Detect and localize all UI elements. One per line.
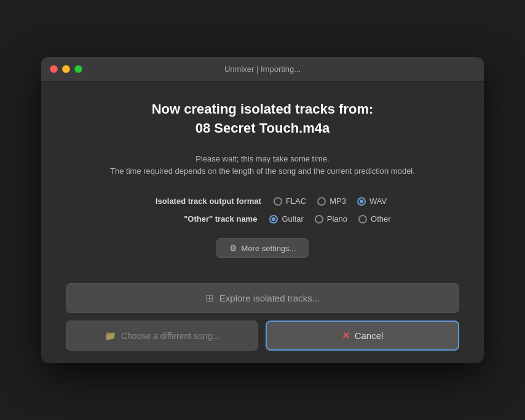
settings-section: Isolated track output format FLAC MP3 WA… — [66, 196, 459, 224]
grid-icon: ⊞ — [205, 292, 213, 304]
format-flac-radio[interactable] — [274, 197, 282, 206]
x-icon: ✕ — [342, 330, 350, 341]
format-mp3-label: MP3 — [330, 196, 346, 206]
titlebar: Unmixer | Importing... — [41, 57, 484, 82]
track-piano-label: Piano — [327, 214, 347, 224]
track-piano-radio[interactable] — [315, 215, 323, 224]
format-mp3-option[interactable]: MP3 — [317, 196, 346, 206]
format-mp3-radio[interactable] — [317, 197, 326, 206]
more-settings-button[interactable]: ⚙ More settings... — [216, 238, 309, 258]
track-other-radio[interactable] — [358, 215, 367, 224]
main-heading: Now creating isolated tracks from: 08 Se… — [66, 100, 459, 138]
track-guitar-radio[interactable] — [269, 215, 278, 224]
more-settings-label: More settings... — [242, 244, 296, 253]
traffic-lights — [50, 65, 82, 73]
track-other-option[interactable]: Other — [358, 214, 391, 224]
folder-icon: 📁 — [105, 330, 116, 341]
window-title: Unmixer | Importing... — [224, 64, 301, 74]
format-wav-option[interactable]: WAV — [357, 196, 387, 206]
track-name-row: "Other" track name Guitar Piano Other — [134, 214, 390, 224]
close-button[interactable] — [50, 65, 58, 73]
format-radio-group: FLAC MP3 WAV — [274, 196, 387, 206]
bottom-buttons: 📁 Choose a different song... ✕ Cancel — [66, 321, 459, 351]
choose-song-button[interactable]: 📁 Choose a different song... — [66, 321, 258, 351]
format-label: Isolated track output format — [138, 196, 261, 206]
subtitle: Please wait; this may take some time. Th… — [66, 153, 459, 179]
minimize-button[interactable] — [62, 65, 70, 73]
track-guitar-label: Guitar — [282, 214, 303, 224]
format-flac-option[interactable]: FLAC — [274, 196, 306, 206]
format-wav-radio[interactable] — [357, 197, 366, 206]
track-piano-option[interactable]: Piano — [315, 214, 347, 224]
track-other-label: Other — [371, 214, 391, 224]
maximize-button[interactable] — [74, 65, 82, 73]
choose-label: Choose a different song... — [121, 331, 219, 341]
cancel-label: Cancel — [355, 330, 384, 341]
app-window: Unmixer | Importing... Now creating isol… — [41, 57, 484, 363]
track-guitar-option[interactable]: Guitar — [269, 214, 303, 224]
main-content: Now creating isolated tracks from: 08 Se… — [41, 82, 484, 363]
cancel-button[interactable]: ✕ Cancel — [266, 321, 459, 351]
explore-button[interactable]: ⊞ Explore isolated tracks... — [66, 283, 459, 313]
gear-icon: ⚙ — [229, 243, 237, 253]
format-row: Isolated track output format FLAC MP3 WA… — [138, 196, 387, 206]
track-name-label: "Other" track name — [134, 214, 257, 224]
explore-label: Explore isolated tracks... — [219, 293, 320, 303]
format-wav-label: WAV — [369, 196, 387, 206]
divider — [66, 273, 459, 273]
track-name-radio-group: Guitar Piano Other — [269, 214, 390, 224]
format-flac-label: FLAC — [286, 196, 306, 206]
